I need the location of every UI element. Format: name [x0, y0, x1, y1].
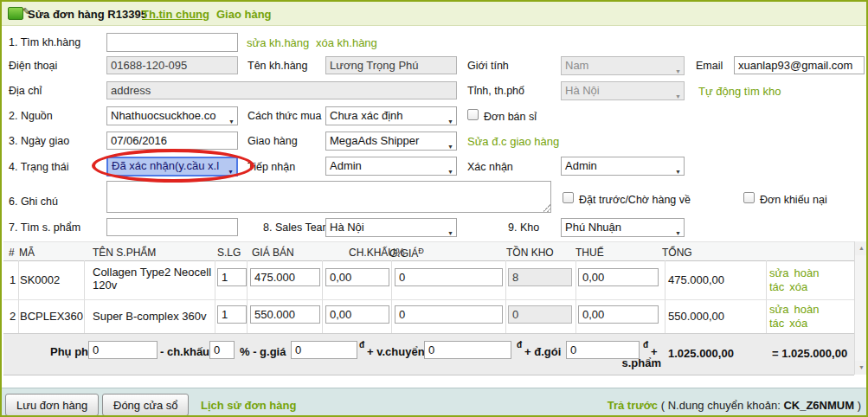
- col-header-total: TỔNG: [662, 247, 692, 259]
- complaint-label: Đơn khiếu nại: [760, 194, 827, 206]
- close-window-button[interactable]: Đóng cửa sổ: [102, 394, 189, 416]
- textarea-resize-handle[interactable]: [542, 203, 550, 212]
- auto-find-warehouse-link[interactable]: Tự động tìm kho: [698, 85, 781, 98]
- delivery-date-label: 3. Ngày giao: [9, 135, 69, 147]
- subtotal-value: 1.025.000,00: [668, 347, 734, 360]
- col-divider: [84, 260, 85, 334]
- reduced-price-input[interactable]: [395, 305, 503, 324]
- reduced-price-input[interactable]: [395, 268, 503, 286]
- preorder-checkbox[interactable]: [563, 192, 574, 203]
- scroll-up-arrow-icon[interactable]: ▲: [855, 241, 868, 255]
- shipping-fee-input[interactable]: [424, 341, 511, 359]
- pct-reduce-label: % - g.giá: [240, 345, 286, 358]
- find-product-label: 7. Tìm s. phẩm: [9, 221, 80, 234]
- chevron-down-icon: ▼: [228, 113, 235, 125]
- chevron-down-icon: ▼: [447, 113, 453, 125]
- order-history-link[interactable]: Lịch sử đơn hàng: [201, 399, 296, 412]
- address-label: Địa chỉ: [9, 85, 42, 97]
- col-divider: [18, 260, 19, 334]
- phone-input: [106, 56, 238, 74]
- wholesale-checkbox[interactable]: [467, 109, 479, 120]
- customer-name-input: [325, 56, 457, 74]
- delete-row-link[interactable]: xóa: [789, 280, 807, 293]
- tax-input[interactable]: [578, 268, 659, 286]
- province-select: Hà Nội▼: [561, 81, 685, 100]
- discount-input[interactable]: [325, 268, 389, 286]
- tax-input[interactable]: [578, 305, 659, 324]
- edit-row-link[interactable]: sửa: [769, 303, 788, 316]
- find-product-input[interactable]: [106, 218, 238, 236]
- received-by-select[interactable]: Admin▼: [325, 157, 457, 176]
- status-label: 4. Trạng thái: [9, 161, 69, 173]
- chevron-down-icon: ▼: [675, 88, 681, 100]
- find-customer-input[interactable]: [106, 33, 238, 52]
- shipping-fee-label: + v.chuyển: [367, 345, 425, 358]
- tab-delivery[interactable]: Giao hàng: [216, 8, 272, 21]
- edit-order-icon: ✎: [8, 7, 23, 20]
- order-edit-window: ✎ Sửa đơn hàng R13395 Th.tin chung Giao …: [0, 0, 868, 417]
- qty-input[interactable]: [217, 268, 247, 286]
- source-select[interactable]: Nhathuocsuckhoe.co▼: [106, 106, 238, 125]
- row-product-name: Collagen Type2 Neocell 120v: [93, 266, 215, 292]
- col-header-price: GIÁ BÁN: [252, 247, 294, 259]
- window-titlebar: ✎ Sửa đơn hàng R13395 Th.tin chung Giao …: [2, 2, 866, 26]
- transfer-code: CK_Z6NMUM: [783, 399, 854, 412]
- reduce-amount-input[interactable]: [291, 341, 357, 359]
- table-header-divider: [3, 260, 854, 261]
- row-code: SK0002: [20, 273, 60, 286]
- received-by-label: Tiếp nhận: [248, 161, 295, 173]
- row-no: 2: [10, 310, 16, 323]
- customer-name-label: Tên kh.hàng: [248, 60, 308, 72]
- col-header-name: TÊN S.PHẨM: [93, 247, 156, 259]
- row-product-name: Super B-complex 360v: [93, 310, 215, 323]
- row-code: BCPLEX360: [20, 310, 83, 323]
- edit-delivery-address-link[interactable]: Sửa đ.c giao hàng: [467, 135, 559, 148]
- row-total: 550.000,00: [668, 310, 724, 323]
- delete-customer-link[interactable]: xóa kh.hàng: [316, 36, 377, 49]
- source-label: 2. Nguồn: [9, 110, 53, 122]
- scroll-down-arrow-icon[interactable]: ▼: [855, 361, 868, 375]
- products-sum-label: s.phẩm: [599, 356, 661, 369]
- prepaid-link[interactable]: Trả trước: [608, 399, 658, 412]
- surcharge-input[interactable]: [88, 341, 158, 359]
- dong-sup: đ: [643, 340, 648, 350]
- qty-input[interactable]: [217, 305, 247, 324]
- packing-fee-label: + đ.gói: [524, 345, 561, 358]
- price-input[interactable]: [250, 305, 320, 324]
- col-header-tax: THUẾ: [575, 247, 604, 259]
- col-divider: [247, 260, 248, 334]
- col-divider: [505, 260, 506, 334]
- table-vertical-scrollbar[interactable]: ▲ ▼: [854, 241, 868, 375]
- edit-customer-link[interactable]: sửa kh.hàng: [247, 36, 309, 49]
- email-field[interactable]: [734, 56, 865, 74]
- note-textarea[interactable]: [106, 181, 551, 213]
- delivery-date-input[interactable]: [106, 132, 238, 150]
- confirmed-by-select[interactable]: Admin▼: [561, 157, 685, 176]
- col-header-code: MÃ: [19, 247, 35, 259]
- chevron-down-icon: ▼: [228, 164, 234, 176]
- discount-pct-input[interactable]: [209, 341, 235, 359]
- sales-team-select[interactable]: Hà Nội▼: [325, 218, 457, 237]
- chevron-down-icon: ▼: [447, 225, 453, 237]
- delete-row-link[interactable]: xóa: [789, 317, 807, 330]
- warehouse-label: 9. Kho: [508, 221, 539, 234]
- col-divider: [391, 260, 392, 334]
- discount-input[interactable]: [325, 305, 389, 324]
- grand-total-value: = 1.025.000,00: [772, 347, 847, 360]
- dong-sup: đ: [359, 340, 364, 350]
- col-divider: [575, 260, 576, 334]
- warehouse-select[interactable]: Phú Nhuận▼: [561, 218, 685, 237]
- save-order-button[interactable]: Lưu đơn hàng: [5, 394, 99, 416]
- col-header-no: #: [9, 247, 15, 259]
- complaint-checkbox[interactable]: [743, 192, 755, 203]
- sales-team-label: 8. Sales Team: [263, 221, 331, 234]
- trang-thai-select[interactable]: Đã xác nhận(y.cầu x.l▼: [106, 157, 238, 176]
- edit-row-link[interactable]: sửa: [769, 266, 788, 279]
- shipper-select[interactable]: MegaAds Shipper▼: [325, 132, 457, 151]
- prepaid-info: Trả trước ( N.dung chuyển khoản: CK_Z6NM…: [608, 399, 861, 412]
- find-customer-label: 1. Tìm kh.hàng: [9, 36, 80, 48]
- col-header-qty: S.LG: [217, 247, 241, 259]
- price-input[interactable]: [250, 268, 320, 286]
- tab-general-info[interactable]: Th.tin chung: [142, 8, 209, 21]
- purchase-method-select[interactable]: Chưa xác định▼: [325, 106, 457, 125]
